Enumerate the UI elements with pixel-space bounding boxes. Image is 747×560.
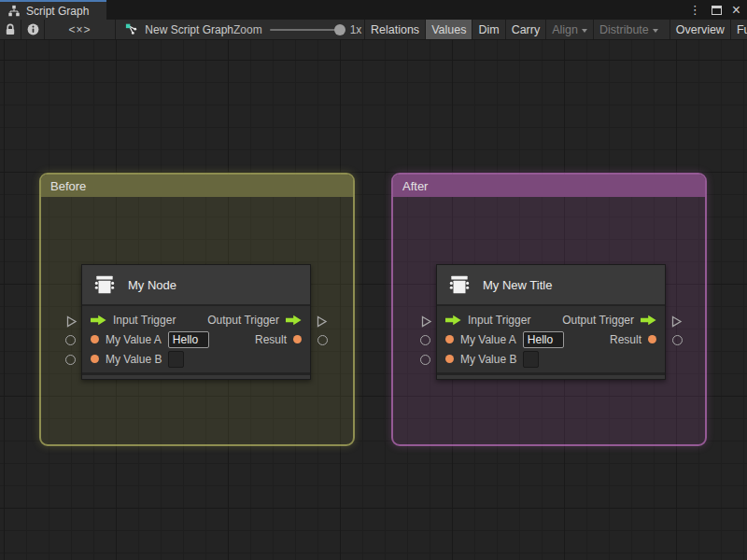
flow-output-port[interactable] xyxy=(316,315,328,331)
unity-script-graph-window: Script Graph ⋮ × <×> xyxy=(0,0,747,560)
info-button[interactable] xyxy=(21,20,45,39)
group-after-header[interactable]: After xyxy=(393,175,705,197)
group-title: After xyxy=(402,179,428,193)
value-dot-icon[interactable] xyxy=(445,335,454,343)
maximize-icon[interactable] xyxy=(712,6,722,15)
zoom-label: Zoom xyxy=(233,23,262,36)
value-b-input[interactable] xyxy=(168,351,184,368)
value-input-port-a[interactable] xyxy=(420,335,430,345)
menu-icon[interactable]: ⋮ xyxy=(689,4,701,16)
value-dot-icon[interactable] xyxy=(91,335,99,343)
unit-node-icon xyxy=(92,273,117,297)
toolbar-button-distribute[interactable]: Distribute xyxy=(593,20,664,39)
toolbar-right-buttons: Relations Values Dim Carry Align Distrib… xyxy=(364,20,747,39)
node-header[interactable]: My New Title xyxy=(437,265,665,306)
chevron-down-icon xyxy=(653,29,658,33)
toolbar-button-carry[interactable]: Carry xyxy=(505,20,546,39)
zoom-slider-handle[interactable] xyxy=(334,24,345,35)
port-row-value-b: My Value B xyxy=(437,349,665,369)
port-label: Result xyxy=(610,333,641,346)
node-my-node[interactable]: My Node Input Trigger Output Trigger xyxy=(81,264,311,380)
toolbar-button-overview[interactable]: Overview xyxy=(669,20,730,39)
node-title: My New Title xyxy=(483,278,552,292)
toolbar-button-dim[interactable]: Dim xyxy=(472,20,504,39)
script-graph-icon xyxy=(125,22,138,36)
value-dot-icon[interactable] xyxy=(445,355,454,363)
tab-label: Script Graph xyxy=(26,5,89,18)
value-output-port-result[interactable] xyxy=(317,335,328,345)
toolbar-button-full-screen[interactable]: Full Screen xyxy=(730,20,747,39)
port-label: Input Trigger xyxy=(113,314,176,327)
tab-script-graph[interactable]: Script Graph xyxy=(0,0,106,20)
code-icon: <×> xyxy=(68,23,91,36)
flow-port-triangle-icon xyxy=(316,315,328,328)
value-a-input[interactable] xyxy=(168,331,209,348)
value-dot-icon[interactable] xyxy=(293,335,302,343)
flow-input-port[interactable] xyxy=(420,315,432,331)
zoom-slider[interactable] xyxy=(270,29,343,31)
value-input-port-a[interactable] xyxy=(65,335,76,345)
node-footer xyxy=(82,372,310,379)
node-my-new-title[interactable]: My New Title Input Trigger Output Trigge… xyxy=(436,264,666,380)
port-row-trigger: Input Trigger Output Trigger xyxy=(82,310,310,329)
group-before-header[interactable]: Before xyxy=(41,175,353,197)
port-label: Input Trigger xyxy=(468,314,530,327)
flow-input-port[interactable] xyxy=(65,315,78,331)
flow-arrow-icon[interactable] xyxy=(286,315,302,326)
zoom-value: 1x xyxy=(350,23,362,36)
node-header[interactable]: My Node xyxy=(82,265,310,306)
toolbar-button-align[interactable]: Align xyxy=(545,20,593,39)
close-icon[interactable]: × xyxy=(732,3,740,18)
value-input-port-b[interactable] xyxy=(65,355,76,365)
graph-title[interactable]: New Script Graph xyxy=(116,20,233,39)
value-output-port-result[interactable] xyxy=(672,335,683,345)
port-row-value-a: My Value A Result xyxy=(82,329,310,349)
lock-icon xyxy=(3,22,18,37)
value-b-input[interactable] xyxy=(523,351,539,368)
flow-output-port[interactable] xyxy=(670,315,683,331)
node-port-area: Input Trigger Output Trigger My Valu xyxy=(437,306,665,372)
port-row-value-b: My Value B xyxy=(82,349,310,369)
graph-hierarchy-icon xyxy=(7,5,21,18)
node-box[interactable]: My Node Input Trigger Output Trigger xyxy=(81,264,311,380)
flow-arrow-icon[interactable] xyxy=(641,315,656,326)
chevron-down-icon xyxy=(582,29,587,33)
port-label: Output Trigger xyxy=(207,314,279,327)
port-label: Result xyxy=(255,333,287,346)
port-label: Output Trigger xyxy=(562,314,634,327)
port-label: My Value A xyxy=(106,333,162,346)
port-label: My Value A xyxy=(460,333,516,346)
tab-bar: Script Graph ⋮ × xyxy=(0,0,747,20)
graph-canvas[interactable]: Before After xyxy=(0,40,747,560)
flow-port-triangle-icon xyxy=(65,315,78,328)
port-row-trigger: Input Trigger Output Trigger xyxy=(437,310,665,329)
value-dot-icon[interactable] xyxy=(648,335,656,343)
flow-port-triangle-icon xyxy=(420,315,432,328)
graph-name-label: New Script Graph xyxy=(145,23,233,36)
value-input-port-b[interactable] xyxy=(420,355,430,365)
toolbar-button-relations[interactable]: Relations xyxy=(364,20,425,39)
lock-button[interactable] xyxy=(0,20,21,39)
flow-arrow-icon[interactable] xyxy=(445,315,461,326)
port-label: My Value B xyxy=(106,353,162,366)
zoom-control: Zoom 1x xyxy=(233,20,364,39)
value-a-input[interactable] xyxy=(523,331,564,348)
unit-node-icon xyxy=(447,273,472,297)
node-box[interactable]: My New Title Input Trigger Output Trigge… xyxy=(436,264,666,380)
edit-code-button[interactable]: <×> xyxy=(45,20,116,39)
flow-port-triangle-icon xyxy=(670,315,683,328)
value-dot-icon[interactable] xyxy=(91,355,99,363)
node-port-area: Input Trigger Output Trigger My Valu xyxy=(82,306,310,372)
graph-toolbar: <×> New Script Graph Zoom 1x Relations V… xyxy=(0,20,747,40)
group-title: Before xyxy=(50,179,86,193)
node-title: My Node xyxy=(128,278,176,292)
port-row-value-a: My Value A Result xyxy=(437,329,665,349)
flow-arrow-icon[interactable] xyxy=(91,315,106,326)
info-icon xyxy=(26,22,40,36)
node-footer xyxy=(437,372,665,379)
port-label: My Value B xyxy=(460,353,516,366)
toolbar-button-values[interactable]: Values xyxy=(425,20,472,39)
window-controls: ⋮ × xyxy=(689,0,740,20)
